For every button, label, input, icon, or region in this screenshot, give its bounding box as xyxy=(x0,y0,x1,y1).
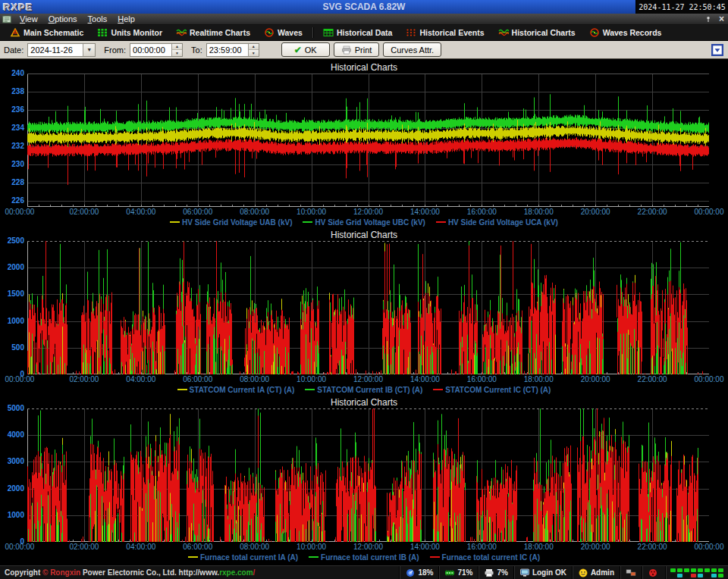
copyright-segment: Copyright xyxy=(5,568,42,577)
title-bar: RXPE SVG SCADA 6.82W 2024-11-27 22:50:45 xyxy=(0,0,728,14)
legend-swatch xyxy=(430,556,440,558)
spin-down-icon[interactable]: ▼ xyxy=(172,50,182,56)
copyright-segment: / xyxy=(253,568,256,577)
status-network[interactable] xyxy=(620,566,642,579)
clock-display: 2024-11-27 22:50:45 xyxy=(635,0,728,14)
date-combobox[interactable]: 2024-11-26 ▼ xyxy=(27,43,96,57)
toolbar: Main SchematicUnits MonitorRealtime Char… xyxy=(0,25,728,41)
toolbar-separator xyxy=(312,27,313,38)
chevron-down-icon[interactable]: ▼ xyxy=(83,44,95,56)
status-alarm-bug[interactable] xyxy=(642,566,664,579)
toolbar-historical-events[interactable]: Historical Events xyxy=(399,25,491,40)
status-indicators: 18%71%7%Login OKAdmin xyxy=(399,566,664,579)
panel-toggle-icon[interactable] xyxy=(711,44,723,56)
main-schematic-icon xyxy=(10,28,20,37)
toolbar-historical-data[interactable]: Historical Data xyxy=(316,25,400,40)
chart-legend: STATCOM Current IA (CT) (A)STATCOM Curre… xyxy=(0,384,728,395)
menu-view[interactable]: View xyxy=(14,14,43,23)
y-tick-label: 3000 xyxy=(1,458,24,465)
legend-item: HV Side Grid Voltage UAB (kV) xyxy=(170,218,292,227)
date-value[interactable]: 2024-11-26 xyxy=(28,44,83,56)
to-spin-buttons[interactable]: ▲ ▼ xyxy=(248,44,259,56)
x-tick-label: 12:00:00 xyxy=(353,208,383,216)
legend-swatch xyxy=(177,389,187,390)
toolbar-waves-records[interactable]: Waves Records xyxy=(582,25,669,40)
led-indicator xyxy=(698,574,703,577)
led-status-grid xyxy=(665,566,728,579)
copyright-segment: http://www. xyxy=(179,568,220,577)
app-menu-icon[interactable] xyxy=(2,15,11,23)
menu-help[interactable]: Help xyxy=(112,14,140,23)
x-tick-label: 04:00:00 xyxy=(126,543,155,551)
toolbar-waves[interactable]: Waves xyxy=(257,25,309,40)
from-spin-buttons[interactable]: ▲ ▼ xyxy=(171,44,182,56)
legend-label: Furnace total current IA (A) xyxy=(200,553,298,562)
curves-attr-button-label: Curves Attr. xyxy=(391,45,434,55)
status-admin-smiley[interactable]: Admin xyxy=(572,566,620,579)
charts-area: Historical Charts 2262282302322342362382… xyxy=(0,59,728,565)
window-title: SVG SCADA 6.82W xyxy=(0,2,728,12)
led-indicator xyxy=(718,568,723,572)
legend-item: HV Side Grid Voltage UCA (kV) xyxy=(436,218,558,227)
to-time-spinner[interactable]: ▲ ▼ xyxy=(206,43,259,57)
x-tick-label: 14:00:00 xyxy=(410,375,440,383)
from-time-spinner[interactable]: ▲ ▼ xyxy=(130,43,183,57)
x-tick-label: 00:00:00 xyxy=(695,375,724,383)
led-indicator xyxy=(711,574,717,577)
x-tick-label: 20:00:00 xyxy=(581,543,610,551)
curves-attr-button[interactable]: Curves Attr. xyxy=(383,42,441,57)
menu-tools[interactable]: Tools xyxy=(83,14,113,23)
historical-chart-panel: Historical Charts 010002000300040005000 … xyxy=(0,397,728,565)
ok-button[interactable]: ✔ OK xyxy=(281,42,330,57)
to-time-input[interactable] xyxy=(207,44,248,56)
status-cpu-gauge[interactable]: 18% xyxy=(399,566,438,579)
status-login[interactable]: Login OK xyxy=(513,566,572,579)
status-printer[interactable]: 7% xyxy=(478,566,513,579)
spin-down-icon[interactable]: ▼ xyxy=(249,50,259,56)
x-tick-label: 18:00:00 xyxy=(524,208,554,216)
chart-canvas xyxy=(27,241,709,374)
legend-label: STATCOM Current IB (CT) (A) xyxy=(317,386,422,394)
toolbar-units-monitor[interactable]: Units Monitor xyxy=(90,25,169,40)
x-tick-label: 22:00:00 xyxy=(638,208,667,216)
spin-up-icon[interactable]: ▲ xyxy=(249,44,259,51)
x-tick-label: 00:00:00 xyxy=(5,208,34,216)
legend-swatch xyxy=(436,221,446,223)
led-row xyxy=(670,568,723,572)
toolbar-historical-charts[interactable]: Historical Charts xyxy=(491,25,582,40)
toolbar-realtime-charts[interactable]: Realtime Charts xyxy=(169,25,257,40)
legend-label: Furnace total current IC (A) xyxy=(442,553,540,562)
menu-bar: ViewOptionsToolsHelp × xyxy=(0,14,728,25)
x-tick-label: 00:00:00 xyxy=(695,208,724,216)
legend-item: HV Side Grid Voltage UBC (kV) xyxy=(303,218,425,227)
menu-options[interactable]: Options xyxy=(43,14,83,23)
x-tick-label: 00:00:00 xyxy=(5,543,34,551)
close-icon[interactable]: × xyxy=(719,15,724,23)
x-tick-label: 04:00:00 xyxy=(126,375,155,383)
print-button[interactable]: Print xyxy=(334,42,380,57)
to-label: To: xyxy=(191,45,202,55)
pin-icon[interactable] xyxy=(704,15,712,23)
x-tick-label: 00:00:00 xyxy=(5,375,34,383)
x-tick-label: 20:00:00 xyxy=(581,208,610,216)
chart-plot: 010002000300040005000 xyxy=(27,408,709,542)
x-tick-label: 10:00:00 xyxy=(297,543,326,551)
from-time-input[interactable] xyxy=(130,44,171,56)
x-tick-label: 14:00:00 xyxy=(410,543,440,551)
status-label: Login OK xyxy=(532,568,566,577)
spin-up-icon[interactable]: ▲ xyxy=(172,44,182,51)
led-indicator xyxy=(677,568,682,572)
status-memory[interactable]: 71% xyxy=(438,566,478,579)
toolbar-main-schematic[interactable]: Main Schematic xyxy=(3,25,90,40)
y-tick-label: 500 xyxy=(1,344,24,352)
toolbar-label: Main Schematic xyxy=(24,28,83,37)
legend-item: STATCOM Current IA (CT) (A) xyxy=(177,386,295,394)
led-indicator xyxy=(718,574,723,577)
status-label: 7% xyxy=(497,568,507,577)
admin-smiley-icon xyxy=(578,568,588,577)
waves-icon xyxy=(264,28,275,37)
x-tick-label: 10:00:00 xyxy=(297,375,326,383)
chart-title: Historical Charts xyxy=(0,397,728,408)
led-indicator xyxy=(711,568,717,572)
y-tick-label: 5000 xyxy=(1,405,24,412)
